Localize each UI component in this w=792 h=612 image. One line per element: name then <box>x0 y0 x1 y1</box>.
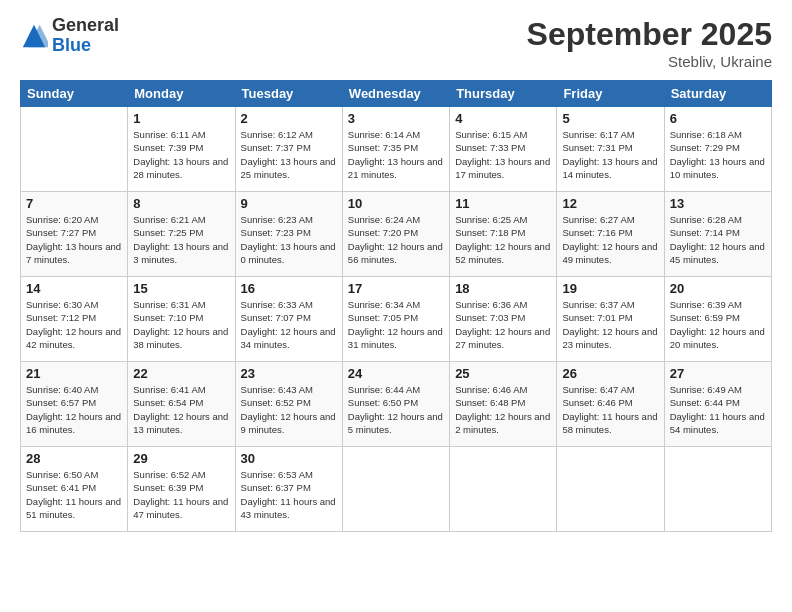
day-number: 19 <box>562 281 658 296</box>
day-number: 17 <box>348 281 444 296</box>
day-number: 26 <box>562 366 658 381</box>
page: General Blue September 2025 Stebliv, Ukr… <box>0 0 792 612</box>
cell-info: Sunrise: 6:27 AMSunset: 7:16 PMDaylight:… <box>562 213 658 266</box>
cell-info: Sunrise: 6:40 AMSunset: 6:57 PMDaylight:… <box>26 383 122 436</box>
day-number: 14 <box>26 281 122 296</box>
day-number: 11 <box>455 196 551 211</box>
calendar-cell: 13Sunrise: 6:28 AMSunset: 7:14 PMDayligh… <box>664 192 771 277</box>
day-number: 8 <box>133 196 229 211</box>
calendar-week-row: 1Sunrise: 6:11 AMSunset: 7:39 PMDaylight… <box>21 107 772 192</box>
cell-info: Sunrise: 6:23 AMSunset: 7:23 PMDaylight:… <box>241 213 337 266</box>
cell-info: Sunrise: 6:12 AMSunset: 7:37 PMDaylight:… <box>241 128 337 181</box>
day-number: 30 <box>241 451 337 466</box>
calendar-cell: 19Sunrise: 6:37 AMSunset: 7:01 PMDayligh… <box>557 277 664 362</box>
calendar-cell: 2Sunrise: 6:12 AMSunset: 7:37 PMDaylight… <box>235 107 342 192</box>
col-header-thursday: Thursday <box>450 81 557 107</box>
day-number: 18 <box>455 281 551 296</box>
calendar-week-row: 21Sunrise: 6:40 AMSunset: 6:57 PMDayligh… <box>21 362 772 447</box>
cell-info: Sunrise: 6:52 AMSunset: 6:39 PMDaylight:… <box>133 468 229 521</box>
calendar-cell: 7Sunrise: 6:20 AMSunset: 7:27 PMDaylight… <box>21 192 128 277</box>
calendar-cell: 16Sunrise: 6:33 AMSunset: 7:07 PMDayligh… <box>235 277 342 362</box>
calendar-cell <box>342 447 449 532</box>
cell-info: Sunrise: 6:43 AMSunset: 6:52 PMDaylight:… <box>241 383 337 436</box>
cell-info: Sunrise: 6:31 AMSunset: 7:10 PMDaylight:… <box>133 298 229 351</box>
calendar-cell: 18Sunrise: 6:36 AMSunset: 7:03 PMDayligh… <box>450 277 557 362</box>
cell-info: Sunrise: 6:49 AMSunset: 6:44 PMDaylight:… <box>670 383 766 436</box>
cell-info: Sunrise: 6:39 AMSunset: 6:59 PMDaylight:… <box>670 298 766 351</box>
day-number: 29 <box>133 451 229 466</box>
calendar-header-row: SundayMondayTuesdayWednesdayThursdayFrid… <box>21 81 772 107</box>
calendar-cell: 28Sunrise: 6:50 AMSunset: 6:41 PMDayligh… <box>21 447 128 532</box>
calendar-table: SundayMondayTuesdayWednesdayThursdayFrid… <box>20 80 772 532</box>
cell-info: Sunrise: 6:46 AMSunset: 6:48 PMDaylight:… <box>455 383 551 436</box>
calendar-cell: 6Sunrise: 6:18 AMSunset: 7:29 PMDaylight… <box>664 107 771 192</box>
calendar-cell: 25Sunrise: 6:46 AMSunset: 6:48 PMDayligh… <box>450 362 557 447</box>
col-header-saturday: Saturday <box>664 81 771 107</box>
cell-info: Sunrise: 6:18 AMSunset: 7:29 PMDaylight:… <box>670 128 766 181</box>
logo-general: General <box>52 16 119 36</box>
day-number: 16 <box>241 281 337 296</box>
day-number: 22 <box>133 366 229 381</box>
col-header-wednesday: Wednesday <box>342 81 449 107</box>
cell-info: Sunrise: 6:28 AMSunset: 7:14 PMDaylight:… <box>670 213 766 266</box>
day-number: 4 <box>455 111 551 126</box>
calendar-cell: 5Sunrise: 6:17 AMSunset: 7:31 PMDaylight… <box>557 107 664 192</box>
location-subtitle: Stebliv, Ukraine <box>527 53 772 70</box>
col-header-sunday: Sunday <box>21 81 128 107</box>
day-number: 6 <box>670 111 766 126</box>
day-number: 9 <box>241 196 337 211</box>
calendar-cell <box>557 447 664 532</box>
calendar-cell: 8Sunrise: 6:21 AMSunset: 7:25 PMDaylight… <box>128 192 235 277</box>
cell-info: Sunrise: 6:41 AMSunset: 6:54 PMDaylight:… <box>133 383 229 436</box>
day-number: 25 <box>455 366 551 381</box>
day-number: 10 <box>348 196 444 211</box>
calendar-cell: 10Sunrise: 6:24 AMSunset: 7:20 PMDayligh… <box>342 192 449 277</box>
calendar-cell: 9Sunrise: 6:23 AMSunset: 7:23 PMDaylight… <box>235 192 342 277</box>
day-number: 5 <box>562 111 658 126</box>
calendar-week-row: 14Sunrise: 6:30 AMSunset: 7:12 PMDayligh… <box>21 277 772 362</box>
day-number: 2 <box>241 111 337 126</box>
day-number: 12 <box>562 196 658 211</box>
day-number: 20 <box>670 281 766 296</box>
calendar-cell: 23Sunrise: 6:43 AMSunset: 6:52 PMDayligh… <box>235 362 342 447</box>
month-title: September 2025 <box>527 16 772 53</box>
col-header-friday: Friday <box>557 81 664 107</box>
day-number: 23 <box>241 366 337 381</box>
cell-info: Sunrise: 6:24 AMSunset: 7:20 PMDaylight:… <box>348 213 444 266</box>
day-number: 1 <box>133 111 229 126</box>
logo: General Blue <box>20 16 119 56</box>
day-number: 3 <box>348 111 444 126</box>
col-header-tuesday: Tuesday <box>235 81 342 107</box>
calendar-cell <box>21 107 128 192</box>
calendar-week-row: 28Sunrise: 6:50 AMSunset: 6:41 PMDayligh… <box>21 447 772 532</box>
cell-info: Sunrise: 6:15 AMSunset: 7:33 PMDaylight:… <box>455 128 551 181</box>
col-header-monday: Monday <box>128 81 235 107</box>
calendar-cell: 29Sunrise: 6:52 AMSunset: 6:39 PMDayligh… <box>128 447 235 532</box>
day-number: 7 <box>26 196 122 211</box>
calendar-cell: 30Sunrise: 6:53 AMSunset: 6:37 PMDayligh… <box>235 447 342 532</box>
day-number: 21 <box>26 366 122 381</box>
calendar-cell: 27Sunrise: 6:49 AMSunset: 6:44 PMDayligh… <box>664 362 771 447</box>
calendar-cell: 3Sunrise: 6:14 AMSunset: 7:35 PMDaylight… <box>342 107 449 192</box>
cell-info: Sunrise: 6:34 AMSunset: 7:05 PMDaylight:… <box>348 298 444 351</box>
calendar-cell <box>450 447 557 532</box>
calendar-cell: 14Sunrise: 6:30 AMSunset: 7:12 PMDayligh… <box>21 277 128 362</box>
logo-text: General Blue <box>52 16 119 56</box>
cell-info: Sunrise: 6:53 AMSunset: 6:37 PMDaylight:… <box>241 468 337 521</box>
day-number: 13 <box>670 196 766 211</box>
calendar-cell: 15Sunrise: 6:31 AMSunset: 7:10 PMDayligh… <box>128 277 235 362</box>
day-number: 27 <box>670 366 766 381</box>
calendar-cell: 4Sunrise: 6:15 AMSunset: 7:33 PMDaylight… <box>450 107 557 192</box>
cell-info: Sunrise: 6:44 AMSunset: 6:50 PMDaylight:… <box>348 383 444 436</box>
calendar-cell: 24Sunrise: 6:44 AMSunset: 6:50 PMDayligh… <box>342 362 449 447</box>
calendar-cell: 1Sunrise: 6:11 AMSunset: 7:39 PMDaylight… <box>128 107 235 192</box>
cell-info: Sunrise: 6:21 AMSunset: 7:25 PMDaylight:… <box>133 213 229 266</box>
logo-icon <box>20 22 48 50</box>
calendar-cell <box>664 447 771 532</box>
logo-blue: Blue <box>52 36 119 56</box>
cell-info: Sunrise: 6:20 AMSunset: 7:27 PMDaylight:… <box>26 213 122 266</box>
header: General Blue September 2025 Stebliv, Ukr… <box>20 16 772 70</box>
cell-info: Sunrise: 6:33 AMSunset: 7:07 PMDaylight:… <box>241 298 337 351</box>
cell-info: Sunrise: 6:47 AMSunset: 6:46 PMDaylight:… <box>562 383 658 436</box>
calendar-cell: 21Sunrise: 6:40 AMSunset: 6:57 PMDayligh… <box>21 362 128 447</box>
